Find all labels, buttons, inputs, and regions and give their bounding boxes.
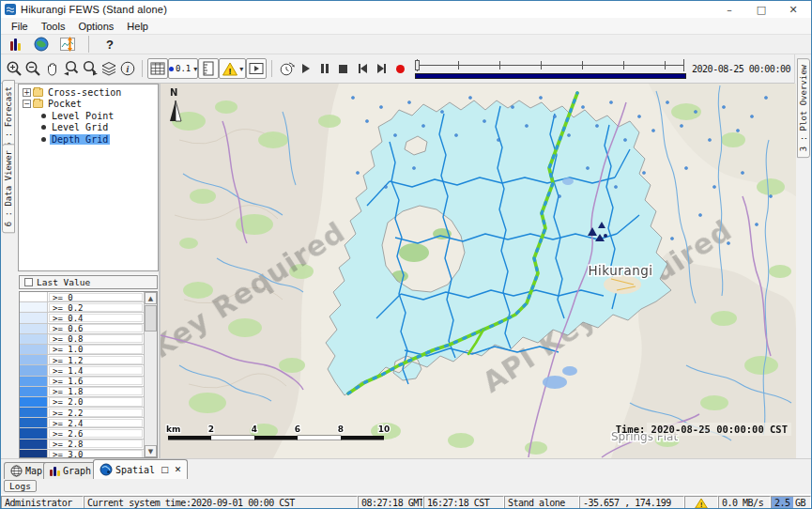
logs-row: Logs [1,479,811,494]
help-icon[interactable]: ? [100,34,120,54]
bar-chart-icon[interactable] [5,34,25,54]
bullet-icon [41,125,46,130]
maximize-button[interactable]: □ [745,1,777,18]
legend-row[interactable]: >= 0.2 [20,302,144,313]
play-icon[interactable] [296,58,314,79]
logs-button[interactable]: Logs [4,480,37,492]
pause-icon[interactable] [315,58,334,79]
legend-row[interactable]: >= 2.0 [20,397,144,408]
stop-icon[interactable] [334,58,353,79]
menu-item[interactable]: Options [71,19,120,34]
app-window: Hikurangi FEWS (Stand alone) – □ ✕ FileT… [0,0,812,509]
tab-forecast[interactable]: 5 : Forecast [2,80,15,154]
tab-plot-overview[interactable]: 3 : Plot Overview [797,58,810,158]
minimize-button[interactable]: – [713,1,745,18]
bottom-tab-row: Map Graph Spatial □ ✕ [1,458,811,479]
grid-icon[interactable] [147,58,168,79]
legend-panel: Last Value >= 0 >= 0.2 >= 0.4 [18,273,159,458]
scroll-up-icon[interactable]: ▲ [145,292,157,304]
legend-swatch [20,408,48,417]
zoom-previous-icon[interactable] [61,58,80,79]
zoom-next-icon[interactable] [81,58,100,79]
status-user: Administrator [1,496,84,509]
tab-graph[interactable]: Graph [43,462,98,479]
menu-item[interactable]: File [5,19,35,34]
legend-row[interactable]: >= 0.8 [20,334,144,345]
tab-map[interactable]: Map [4,462,49,479]
threshold-dropdown[interactable]: 0.1 ▾ [168,58,198,79]
status-gmt-time: 08:27:18 GMT [358,496,423,509]
tab-close-icon[interactable]: ✕ [175,465,182,474]
legend-row[interactable]: >= 2.2 [20,408,144,418]
step-back-icon[interactable] [353,58,372,79]
legend-row[interactable]: >= 0.4 [20,313,144,323]
legend-swatch [20,313,48,322]
tree-item-cross-section[interactable]: + Cross-section [19,86,158,99]
record-icon[interactable] [391,58,409,79]
legend-row[interactable]: >= 1.6 [20,377,144,387]
svg-text:i: i [127,64,130,74]
main-toolbar: ? [1,35,811,54]
menu-item[interactable]: Tools [35,19,72,34]
legend-swatch [20,377,48,386]
status-local-time: 16:27:18 CST [423,496,504,509]
svg-text:!: ! [700,501,702,508]
legend-label: >= 2.0 [49,397,143,406]
legend-row[interactable]: >= 2.8 [20,440,144,450]
menu-item[interactable]: Help [120,19,155,34]
status-coordinates: -35.657 , 174.199 [579,496,684,509]
ruler-icon[interactable] [198,58,219,79]
status-bar: Administrator Current system time:2020-0… [1,494,811,509]
scroll-down-icon[interactable]: ▼ [145,445,157,457]
map-canvas[interactable]: API Key Required API Key Required [161,84,796,458]
status-mode: Stand alone [504,496,579,509]
tree-item-pocket[interactable]: − Pocket [19,99,158,111]
legend-label: >= 2.8 [49,440,143,448]
map-toolbar: i 0.1 ▾ ! ▾ [1,54,811,84]
legend-row[interactable]: >= 3.0 [20,450,144,458]
close-button[interactable]: ✕ [777,1,809,18]
time-slider-thumb[interactable] [415,60,420,70]
legend-row[interactable]: >= 1.8 [20,387,144,397]
movie-icon[interactable] [246,58,267,79]
last-value-checkbox[interactable] [24,278,33,286]
legend-row[interactable]: >= 1.4 [20,365,144,376]
globe-icon[interactable] [31,34,52,54]
legend-row[interactable]: >= 1.0 [20,345,144,355]
tree-item-level-grid[interactable]: Level Grid [19,122,158,134]
toolbar-separator [271,60,272,77]
scrollbar-thumb[interactable] [145,305,157,332]
legend-row[interactable]: >= 0.6 [20,324,144,334]
folder-icon [33,88,43,97]
tree-item-level-point[interactable]: Level Point [19,110,158,122]
tab-data-viewer[interactable]: 6 : Data Viewer [2,144,15,233]
legend-swatch [20,418,48,427]
time-slider[interactable] [415,57,686,80]
tab-spatial[interactable]: Spatial □ ✕ [93,459,188,479]
zoom-out-icon[interactable] [23,58,42,79]
pan-icon[interactable] [42,58,61,79]
step-forward-icon[interactable] [372,58,391,79]
tree-item-depth-grid[interactable]: Depth Grid [19,133,158,146]
wireframe-globe-icon [10,465,23,477]
legend-scrollbar[interactable]: ▲ ▼ [144,292,157,457]
zoom-in-icon[interactable] [5,58,23,79]
app-logo-icon [5,4,16,15]
collapse-icon[interactable]: − [23,100,31,108]
timeseries-icon[interactable] [57,34,78,54]
animation-clock-icon[interactable] [277,58,296,79]
layers-icon[interactable] [100,58,118,79]
legend-row[interactable]: >= 0 [20,292,144,302]
warning-icon: ! [695,498,708,509]
legend-row[interactable]: >= 2.6 [20,428,144,439]
svg-text:6: 6 [295,424,300,434]
bar-chart-icon [50,466,60,476]
expand-icon[interactable]: + [23,88,31,97]
info-icon[interactable]: i [118,58,137,79]
tab-maximize-icon[interactable]: □ [161,465,169,474]
warning-dropdown[interactable]: ! ▾ [219,58,246,79]
legend-row[interactable]: >= 2.4 [20,418,144,428]
status-warning-cell[interactable]: ! [684,496,718,509]
legend-row[interactable]: >= 1.2 [20,355,144,365]
map-view[interactable]: API Key Required API Key Required [161,84,796,458]
